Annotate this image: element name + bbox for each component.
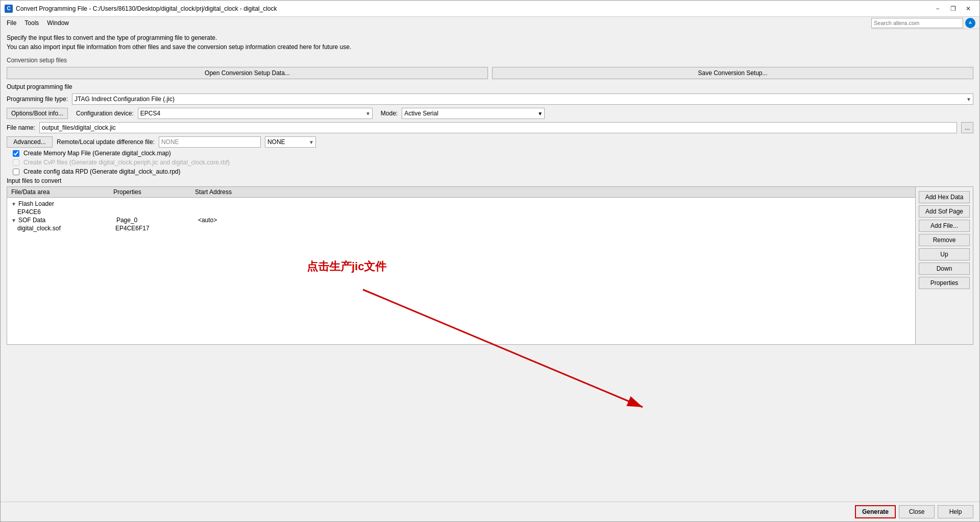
close-dialog-btn[interactable]: Close xyxy=(899,505,935,518)
flash-loader-label: Flash Loader xyxy=(18,200,116,207)
window-controls: − ❐ ✕ xyxy=(930,4,975,14)
create-cvp-label: Create CvP files (Generate digital_clock… xyxy=(23,159,230,166)
flash-loader-expand-icon: ▼ xyxy=(11,201,16,207)
main-window: C Convert Programming File - C:/Users/86… xyxy=(0,0,980,522)
conversion-setup-buttons: Open Conversion Setup Data... Save Conve… xyxy=(7,67,973,79)
restore-button[interactable]: ❐ xyxy=(946,4,960,14)
diff-select[interactable]: NONE xyxy=(265,136,316,148)
remove-btn[interactable]: Remove xyxy=(919,234,970,246)
add-file-btn[interactable]: Add File... xyxy=(919,220,970,232)
table-row[interactable]: ▼ SOF Data Page_0 <auto> xyxy=(7,216,915,224)
help-btn[interactable]: Help xyxy=(938,505,973,518)
config-device-label: Configuration device: xyxy=(76,110,134,117)
create-cvp-checkbox[interactable] xyxy=(13,159,19,166)
output-section-title: Output programming file xyxy=(7,83,973,90)
side-buttons: Add Hex Data Add Sof Page Add File... Re… xyxy=(915,187,973,344)
search-input[interactable] xyxy=(871,18,963,28)
col-start-address: Start Address xyxy=(195,188,911,196)
col-properties: Properties xyxy=(113,188,195,196)
config-device-select[interactable]: EPCS4 xyxy=(138,108,373,119)
filename-input[interactable] xyxy=(39,122,957,133)
mode-label: Mode: xyxy=(381,110,398,117)
properties-btn[interactable]: Properties xyxy=(919,277,970,289)
save-conversion-btn[interactable]: Save Conversion Setup... xyxy=(492,67,973,79)
config-row: Options/Boot info... Configuration devic… xyxy=(7,108,973,119)
table-row[interactable]: EP4CE6 xyxy=(7,208,915,216)
advanced-btn[interactable]: Advanced... xyxy=(7,136,53,148)
close-button[interactable]: ✕ xyxy=(961,4,975,14)
diff-label: Remote/Local update difference file: xyxy=(57,138,155,146)
input-files-section: Input files to convert File/Data area Pr… xyxy=(7,177,973,345)
ep4ce6-label: EP4CE6 xyxy=(17,208,115,216)
input-files-title: Input files to convert xyxy=(7,177,973,184)
main-content: Specify the input files to convert and t… xyxy=(1,29,979,502)
menu-bar: File Tools Window xyxy=(1,17,871,29)
checkbox-row-3: Create config data RPD (Generate digital… xyxy=(7,168,973,175)
description-line2: You can also import input file informati… xyxy=(7,42,973,52)
config-device-wrapper: EPCS4 ▼ xyxy=(138,108,373,119)
altera-logo: A xyxy=(965,18,975,28)
create-rpd-label: Create config data RPD (Generate digital… xyxy=(23,168,181,175)
checkbox-row-1: Create Memory Map File (Generate digital… xyxy=(7,150,973,157)
menu-tools[interactable]: Tools xyxy=(20,18,43,28)
filename-browse-btn[interactable]: ... xyxy=(961,122,973,133)
generate-btn[interactable]: Generate xyxy=(855,505,896,518)
sof-data-properties: Page_0 xyxy=(116,217,198,224)
file-type-select-wrapper: JTAG Indirect Configuration File (.jic) … xyxy=(72,93,973,105)
file-type-row: Programming file type: JTAG Indirect Con… xyxy=(7,93,973,105)
mode-select[interactable]: Active Serial xyxy=(402,108,545,119)
table-body: ▼ Flash Loader EP4CE6 xyxy=(7,198,915,234)
open-conversion-btn[interactable]: Open Conversion Setup Data... xyxy=(7,67,488,79)
menu-file[interactable]: File xyxy=(3,18,20,28)
table-header: File/Data area Properties Start Address xyxy=(7,187,915,198)
create-map-label: Create Memory Map File (Generate digital… xyxy=(23,150,171,157)
checkbox-row-2: Create CvP files (Generate digital_clock… xyxy=(7,159,973,166)
down-btn[interactable]: Down xyxy=(919,263,970,275)
digital-clock-sof-properties: EP4CE6F17 xyxy=(115,225,197,232)
digital-clock-sof-label: digital_clock.sof xyxy=(17,225,115,232)
description-line1: Specify the input files to convert and t… xyxy=(7,33,973,42)
up-btn[interactable]: Up xyxy=(919,248,970,260)
minimize-button[interactable]: − xyxy=(930,4,945,14)
output-section: Output programming file Programming file… xyxy=(7,83,973,175)
app-icon: C xyxy=(5,5,13,13)
create-rpd-checkbox[interactable] xyxy=(13,169,19,175)
conversion-setup-section: Conversion setup files Open Conversion S… xyxy=(7,57,973,79)
input-files-container: File/Data area Properties Start Address … xyxy=(7,186,973,345)
add-hex-data-btn[interactable]: Add Hex Data xyxy=(919,191,970,203)
description: Specify the input files to convert and t… xyxy=(7,33,973,52)
title-bar: C Convert Programming File - C:/Users/86… xyxy=(1,1,979,17)
diff-row: Advanced... Remote/Local update differen… xyxy=(7,136,973,148)
sof-data-expand-icon: ▼ xyxy=(11,218,16,223)
filename-label: File name: xyxy=(7,124,35,131)
add-sof-page-btn[interactable]: Add Sof Page xyxy=(919,205,970,218)
menu-window[interactable]: Window xyxy=(43,18,73,28)
mode-wrapper: Active Serial ▼ xyxy=(402,108,545,119)
create-map-checkbox[interactable] xyxy=(13,150,19,157)
input-files-table: File/Data area Properties Start Address … xyxy=(7,187,915,344)
conversion-setup-title: Conversion setup files xyxy=(7,57,973,64)
diff-input[interactable] xyxy=(159,136,261,148)
sof-data-address: <auto> xyxy=(198,217,911,224)
diff-select-wrapper: NONE ▼ xyxy=(265,136,316,148)
table-row[interactable]: digital_clock.sof EP4CE6F17 xyxy=(7,224,915,232)
options-boot-btn[interactable]: Options/Boot info... xyxy=(7,108,68,119)
col-file-data-area: File/Data area xyxy=(11,188,113,196)
table-row[interactable]: ▼ Flash Loader xyxy=(7,200,915,208)
bottom-bar: Generate Close Help xyxy=(1,502,979,521)
file-type-label: Programming file type: xyxy=(7,96,68,103)
file-type-select[interactable]: JTAG Indirect Configuration File (.jic) xyxy=(72,93,973,105)
filename-row: File name: ... xyxy=(7,122,973,133)
sof-data-label: SOF Data xyxy=(18,217,116,224)
window-title: Convert Programming File - C:/Users/8613… xyxy=(16,5,930,12)
